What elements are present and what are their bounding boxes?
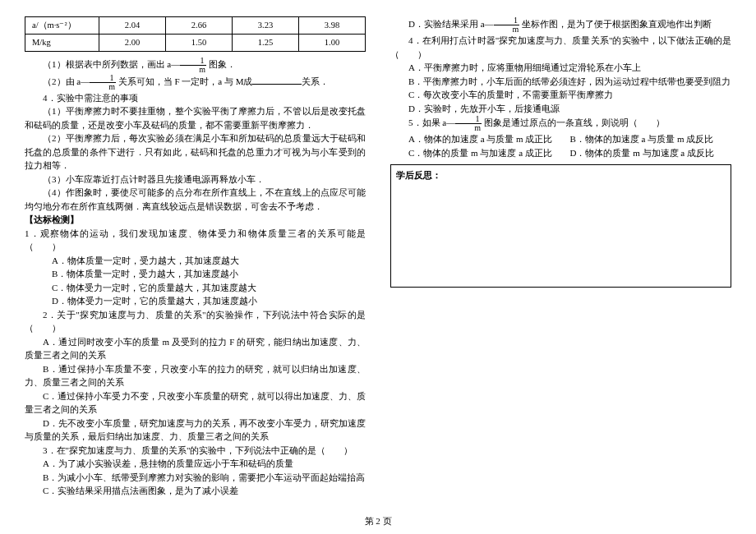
option-row: A．物体的加速度 a 与质量 m 成正比 B．物体的加速度 a 与质量 m 成反… [390, 132, 731, 146]
text: （2）由 a— [43, 76, 90, 86]
option: C．物体受力一定时，它的质量越大，其加速度越大 [25, 281, 366, 295]
question: 1．观察物体的运动，我们发现加速度、物体受力和物体质量三者的关系可能是（ ） [25, 227, 366, 254]
option: A．平衡摩擦力时，应将重物用细绳通过定滑轮系在小车上 [390, 61, 731, 75]
option: A．物体的加速度 a 与质量 m 成正比 [390, 132, 570, 146]
option: C．通过保持小车受力不变，只改变小车质量的研究，就可以得出加速度、力、质量三者之… [25, 389, 366, 417]
cell: 2.66 [166, 17, 233, 35]
option: D．先不改变小车质量，研究加速度与力的关系，再不改变小车受力，研究加速度与质量的… [25, 417, 366, 444]
question: 2．关于"探究加速度与力、质量的关系"的实验操作，下列说法中符合实际的是（ ） [25, 308, 366, 335]
cell: 2.00 [99, 34, 166, 51]
box-title: 学后反思： [396, 170, 441, 180]
row-header: M/kg [25, 34, 99, 51]
paragraph: （4）作图象时，要使尽可能多的点分布在所作直线上，不在直线上的点应尽可能均匀地分… [25, 186, 366, 213]
question: 5．如果 a—1m 图象是通过原点的一条直线，则说明（ ） [390, 115, 731, 132]
question: 3．在"探究加速度与力、质量的关系"的实验中，下列说法中正确的是（ ） [25, 444, 366, 458]
option-row: C．物体的质量 m 与加速度 a 成正比 D．物体的质量 m 与加速度 a 成反… [390, 146, 731, 160]
section-heading: 【达标检测】 [25, 213, 366, 227]
option: B．物体质量一定时，受力越大，其加速度越小 [25, 267, 366, 281]
fraction: 1m [494, 16, 520, 34]
right-column: D．实验结果采用 a—1m 坐标作图，是为了便于根据图象直观地作出判断 4．在利… [390, 16, 731, 498]
option: C．每次改变小车的质量时，不需要重新平衡摩擦力 [390, 88, 731, 102]
reflection-box[interactable]: 学后反思： [390, 164, 731, 288]
fraction: 1m [180, 57, 206, 74]
paragraph: （2）由 a—1m 关系可知，当 F 一定时，a 与 M成关系． [25, 74, 366, 91]
table-row: a/（m·s⁻²） 2.04 2.66 3.23 3.98 [25, 17, 366, 35]
option: A．通过同时改变小车的质量 m 及受到的拉力 F 的研究，能归纳出加速度、力、质… [25, 335, 366, 362]
fraction: 1m [90, 74, 116, 91]
cell: 1.25 [233, 34, 299, 51]
left-column: a/（m·s⁻²） 2.04 2.66 3.23 3.98 M/kg 2.00 … [25, 16, 366, 498]
paragraph: 4．实验中需注意的事项 [25, 91, 366, 105]
cell: 1.50 [166, 34, 233, 51]
option: B．平衡摩擦力时，小车后面的纸带必须连好，因为运动过程中纸带也要受到阻力 [390, 75, 731, 89]
option: D．实验结果采用 a—1m 坐标作图，是为了便于根据图象直观地作出判断 [390, 16, 731, 34]
text: 关系． [302, 76, 329, 86]
page-columns: a/（m·s⁻²） 2.04 2.66 3.23 3.98 M/kg 2.00 … [25, 16, 731, 498]
paragraph: （3）小车应靠近打点计时器且先接通电源再释放小车． [25, 173, 366, 186]
paragraph: （1）根据表中所列数据，画出 a—1m 图象． [25, 57, 366, 74]
option: C．实验结果采用描点法画图象，是为了减小误差 [25, 484, 366, 498]
text: 图象． [206, 59, 236, 69]
option: A．为了减小实验误差，悬挂物的质量应远小于车和砝码的质量 [25, 457, 366, 471]
option: C．物体的质量 m 与加速度 a 成正比 [390, 146, 570, 160]
option: B．物体的加速度 a 与质量 m 成反比 [570, 132, 732, 146]
option: B．通过保持小车质量不变，只改变小车的拉力的研究，就可以归纳出加速度、力、质量三… [25, 362, 366, 389]
row-header: a/（m·s⁻²） [25, 17, 99, 35]
text: 图象是通过原点的一条直线，则说明（ ） [482, 117, 665, 127]
table-row: M/kg 2.00 1.50 1.25 1.00 [25, 34, 366, 51]
text: 坐标作图，是为了便于根据图象直观地作出判断 [519, 19, 712, 29]
cell: 3.23 [233, 17, 299, 35]
option: D．实验时，先放开小车，后接通电源 [390, 102, 731, 116]
option: B．为减小小车、纸带受到摩擦力对实验的影响，需要把小车运动平面起始端抬高 [25, 471, 366, 485]
option: A．物体质量一定时，受力越大，其加速度越大 [25, 254, 366, 268]
paragraph: （1）平衡摩擦力时不要挂重物，整个实验平衡了摩擦力后，不管以后是改变托盘和砝码的… [25, 104, 366, 131]
text: 5．如果 a— [408, 117, 455, 127]
text: 关系可知，当 F 一定时，a 与 M成 [116, 76, 253, 86]
fraction: 1m [455, 115, 482, 132]
cell: 3.98 [299, 17, 366, 35]
text: D．实验结果采用 a— [408, 19, 494, 29]
option: D．物体的质量 m 与加速度 a 成反比 [570, 146, 732, 160]
cell: 2.04 [99, 17, 166, 35]
question: 4．在利用打点计时器"探究加速度与力、质量关系"的实验中，以下做法正确的是（ ） [390, 34, 731, 61]
text: （1）根据表中所列数据，画出 a— [43, 59, 180, 69]
page-footer: 第 2 页 [0, 514, 756, 528]
cell: 1.00 [299, 34, 366, 51]
blank-field[interactable] [252, 75, 302, 85]
option: D．物体受力一定时，它的质量越大，其加速度越小 [25, 294, 366, 308]
paragraph: （2）平衡摩擦力后，每次实验必须在满足小车和所加砝码的总质量远大于砝码和托盘的总… [25, 131, 366, 173]
data-table: a/（m·s⁻²） 2.04 2.66 3.23 3.98 M/kg 2.00 … [25, 16, 366, 52]
